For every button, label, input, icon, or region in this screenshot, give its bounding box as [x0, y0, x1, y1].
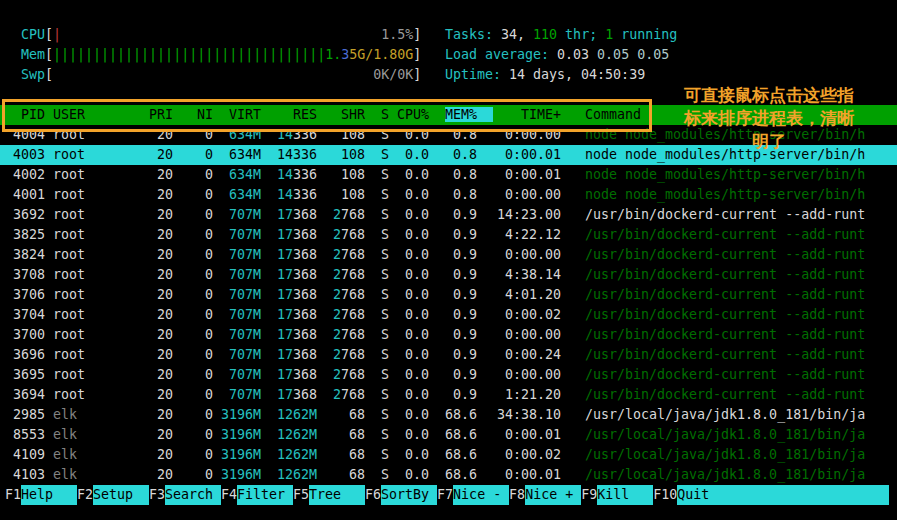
cmd-cell: /usr/bin/dockerd-current --add-runt	[561, 245, 873, 265]
pid-cell: 3692	[5, 205, 45, 225]
cmd-cell: /usr/local/java/jdk1.8.0_181/bin/ja	[561, 465, 873, 485]
process-row-3694[interactable]: 3694root200707M173682768S0.00.91:21.20/u…	[0, 385, 897, 405]
fkey-f10-quit[interactable]: F10Quit	[653, 485, 889, 505]
res-cell: 17368	[261, 345, 317, 365]
row-gap	[45, 185, 53, 205]
mem-cell: 0.9	[429, 305, 477, 325]
ni-cell: 0	[173, 425, 213, 445]
process-row-3825[interactable]: 3825root200707M173682768S0.00.94:22.12/u…	[0, 225, 897, 245]
cmd-cell: /usr/bin/dockerd-current --add-runt	[561, 365, 873, 385]
s-cell: S	[365, 405, 389, 425]
virt-cell: 634M	[213, 165, 261, 185]
process-row-4103[interactable]: 4103elk2003196M1262M68S0.068.60:00.01/us…	[0, 465, 897, 485]
cpu-cell: 0.0	[389, 405, 429, 425]
virt-cell: 707M	[213, 385, 261, 405]
ni-cell: 0	[173, 145, 213, 165]
res-cell: 14336	[261, 185, 317, 205]
fkey-f6-sortby[interactable]: F6SortBy	[365, 485, 437, 505]
time-cell: 0:00.00	[477, 185, 561, 205]
shr-cell: 2768	[317, 265, 365, 285]
pri-cell: 20	[133, 265, 173, 285]
pid-cell: 3708	[5, 265, 45, 285]
fkey-f5-tree[interactable]: F5Tree	[293, 485, 365, 505]
row-gap	[45, 425, 53, 445]
process-row-2985[interactable]: 2985elk2003196M1262M68S0.068.634:38.10/u…	[0, 405, 897, 425]
cmd-cell: /usr/bin/dockerd-current --add-runt	[561, 265, 873, 285]
function-key-bar: F1HelpF2SetupF3SearchF4FilterF5TreeF6Sor…	[0, 485, 897, 505]
cpu-cell: 0.0	[389, 385, 429, 405]
time-cell: 0:00.01	[477, 145, 561, 165]
time-cell: 0:00.00	[477, 325, 561, 345]
cpu-cell: 0.0	[389, 425, 429, 445]
ni-cell: 0	[173, 245, 213, 265]
user-cell: root	[53, 365, 133, 385]
process-row-4109[interactable]: 4109elk2003196M1262M68S0.068.60:00.02/us…	[0, 445, 897, 465]
process-row-3700[interactable]: 3700root200707M173682768S0.00.90:00.00/u…	[0, 325, 897, 345]
ni-cell: 0	[173, 465, 213, 485]
fkey-key-label: F2	[77, 485, 93, 505]
shr-cell: 2768	[317, 225, 365, 245]
s-cell: S	[365, 165, 389, 185]
pid-cell: 3700	[5, 325, 45, 345]
annotation-box	[2, 99, 652, 132]
fkey-f4-filter[interactable]: F4Filter	[221, 485, 293, 505]
ni-cell: 0	[173, 285, 213, 305]
virt-cell: 707M	[213, 225, 261, 245]
mem-cell: 68.6	[429, 465, 477, 485]
pid-cell: 3694	[5, 385, 45, 405]
fkey-f3-search[interactable]: F3Search	[149, 485, 221, 505]
shr-cell: 108	[317, 165, 365, 185]
ni-cell: 0	[173, 165, 213, 185]
ni-cell: 0	[173, 405, 213, 425]
process-row-3704[interactable]: 3704root200707M173682768S0.00.90:00.02/u…	[0, 305, 897, 325]
user-cell: root	[53, 345, 133, 365]
user-cell: elk	[53, 465, 133, 485]
process-row-3708[interactable]: 3708root200707M173682768S0.00.94:38.14/u…	[0, 265, 897, 285]
virt-cell: 707M	[213, 325, 261, 345]
mem-cell: 0.9	[429, 285, 477, 305]
process-row-4002[interactable]: 4002root200634M14336108S0.00.80:00.01nod…	[0, 165, 897, 185]
ni-cell: 0	[173, 365, 213, 385]
pid-cell: 2985	[5, 405, 45, 425]
fkey-key-label: F1	[5, 485, 21, 505]
shr-cell: 108	[317, 185, 365, 205]
s-cell: S	[365, 385, 389, 405]
res-cell: 1262M	[261, 465, 317, 485]
process-row-4001[interactable]: 4001root200634M14336108S0.00.80:00.00nod…	[0, 185, 897, 205]
process-row-3706[interactable]: 3706root200707M173682768S0.00.94:01.20/u…	[0, 285, 897, 305]
fkey-f7-nice-[interactable]: F7Nice -	[437, 485, 509, 505]
time-cell: 0:00.00	[477, 365, 561, 385]
swp-meter: Swp[ 0K/0K]	[21, 65, 421, 85]
res-cell: 17368	[261, 245, 317, 265]
process-row-3696[interactable]: 3696root200707M173682768S0.00.90:00.24/u…	[0, 345, 897, 365]
process-row-3692[interactable]: 3692root200707M173682768S0.00.914:23.00/…	[0, 205, 897, 225]
pri-cell: 20	[133, 405, 173, 425]
s-cell: S	[365, 185, 389, 205]
shr-cell: 68	[317, 445, 365, 465]
process-row-3824[interactable]: 3824root200707M173682768S0.00.90:00.00/u…	[0, 245, 897, 265]
cmd-cell: /usr/bin/dockerd-current --add-runt	[561, 345, 873, 365]
process-row-3695[interactable]: 3695root200707M173682768S0.00.90:00.00/u…	[0, 365, 897, 385]
cmd-cell: /usr/bin/dockerd-current --add-runt	[561, 285, 873, 305]
virt-cell: 707M	[213, 345, 261, 365]
time-cell: 4:01.20	[477, 285, 561, 305]
res-cell: 17368	[261, 285, 317, 305]
res-cell: 17368	[261, 385, 317, 405]
process-row-8553[interactable]: 8553elk2003196M1262M68S0.068.60:00.01/us…	[0, 425, 897, 445]
fkey-f1-help[interactable]: F1Help	[5, 485, 77, 505]
fkey-key-label: F9	[581, 485, 597, 505]
pid-cell: 3704	[5, 305, 45, 325]
fkey-f9-kill[interactable]: F9Kill	[581, 485, 653, 505]
pri-cell: 20	[133, 325, 173, 345]
cmd-cell: node node_modules/http-server/bin/h	[561, 165, 873, 185]
row-gap	[45, 465, 53, 485]
fkey-key-label: F6	[365, 485, 381, 505]
row-gap	[45, 325, 53, 345]
shr-cell: 2768	[317, 245, 365, 265]
res-cell: 14336	[261, 165, 317, 185]
mem-cell: 0.9	[429, 205, 477, 225]
fkey-f2-setup[interactable]: F2Setup	[77, 485, 149, 505]
pid-cell: 8553	[5, 425, 45, 445]
load-average: Load average: 0.03 0.05 0.05	[445, 45, 669, 65]
fkey-f8-nice-[interactable]: F8Nice +	[509, 485, 581, 505]
